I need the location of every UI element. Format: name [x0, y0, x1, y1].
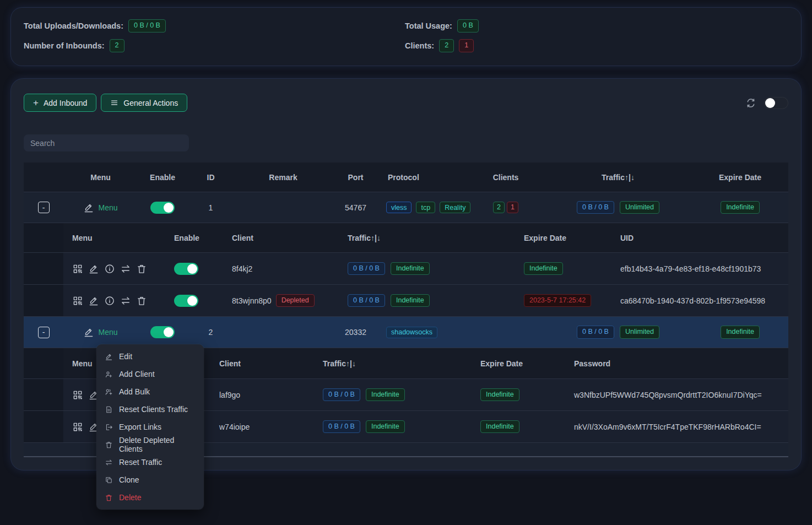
plus-icon: + [33, 98, 39, 107]
collapse-row-button[interactable]: - [38, 327, 50, 338]
client4-name: w74ioipe [210, 423, 314, 431]
qrcode-icon[interactable] [72, 263, 83, 274]
add-inbound-button[interactable]: + Add Inbound [24, 94, 96, 112]
protocol-tag-reality: Reality [440, 202, 470, 213]
qrcode-icon[interactable] [72, 389, 83, 400]
header-traffic[interactable]: Traffic↑|↓ [544, 173, 692, 182]
client1-traffic-badge: 0 B / 0 B [348, 262, 385, 275]
stats-left: Total Uploads/Downloads: 0 B / 0 B Numbe… [24, 19, 166, 53]
menu-item-label: Delete Depleted Clients [119, 436, 196, 453]
inbound1-menu-button[interactable]: Menu [83, 202, 117, 213]
client4-expire-badge: Indefinite [480, 420, 519, 434]
info-icon[interactable] [104, 295, 115, 306]
menu-item-add-client[interactable]: Add Client [96, 365, 204, 383]
client2-enable-toggle[interactable] [174, 295, 198, 307]
clients-depleted-badge: 1 [459, 39, 474, 52]
trash-icon [105, 494, 113, 502]
export-icon [105, 423, 113, 431]
menu-item-label: Clone [119, 475, 139, 484]
inbound1-clients-active-badge: 2 [493, 202, 505, 214]
menu-item-edit[interactable]: Edit [96, 348, 204, 365]
inbound2-port: 20332 [332, 328, 379, 337]
auto-refresh-toggle[interactable] [764, 97, 788, 109]
inbound2-enable-toggle[interactable] [150, 326, 175, 338]
inbound2-traffic-limit-badge: Unlimited [620, 326, 659, 339]
qrcode-icon[interactable] [72, 295, 83, 306]
menu-item-add-bulk[interactable]: Add Bulk [96, 383, 204, 400]
qrcode-icon[interactable] [72, 421, 83, 432]
trash-icon[interactable] [136, 263, 147, 274]
file-icon [105, 405, 113, 414]
inbound1-id: 1 [187, 203, 234, 212]
menu-item-delete-depleted-clients[interactable]: Delete Depleted Clients [96, 436, 204, 453]
menu-item-reset-traffic[interactable]: Reset Traffic [96, 453, 204, 471]
menu-item-reset-clients-traffic[interactable]: Reset Clients Traffic [96, 400, 204, 418]
header-id: ID [187, 173, 234, 182]
table-header-row: Menu Enable ID Remark Port Protocol Clie… [24, 163, 788, 192]
inbound2-expire-badge: Indefinite [721, 326, 760, 339]
trash-icon[interactable] [136, 295, 147, 306]
client3-password: w3NfbzUPf5WWd745Q8pvsmQrdrttT2IO6knuI7Di… [565, 391, 788, 399]
menu-item-label: Export Links [119, 423, 161, 431]
info-icon[interactable] [104, 263, 115, 274]
panel-controls [745, 94, 788, 112]
stat-clients: Clients: 2 1 [405, 39, 479, 53]
search-input[interactable] [24, 134, 189, 151]
inbound2-menu-label: Menu [98, 328, 117, 337]
stats-right: Total Usage: 0 B Clients: 2 1 [405, 19, 479, 53]
menu-item-clone[interactable]: Clone [96, 471, 204, 489]
usage-label: Total Usage: [405, 21, 452, 30]
menu-item-label: Reset Clients Traffic [119, 405, 188, 414]
menu-item-label: Edit [119, 352, 132, 361]
edit-icon [105, 353, 113, 361]
client2-name: 8t3wjnn8p0 [232, 296, 272, 305]
menu-item-delete[interactable]: Delete [96, 489, 204, 506]
inbound1-clients-depleted-badge: 1 [507, 202, 518, 214]
client2-traffic-badge: 0 B / 0 B [348, 294, 385, 307]
uploads-value-badge: 0 B / 0 B [128, 19, 166, 33]
sub1-header-traffic[interactable]: Traffic↑|↓ [339, 234, 515, 242]
client3-traffic-badge: 0 B / 0 B [323, 388, 360, 402]
header-remark: Remark [234, 173, 332, 182]
edit-icon [83, 327, 94, 338]
menu-item-export-links[interactable]: Export Links [96, 418, 204, 436]
client1-expire-badge: Indefinite [524, 262, 563, 275]
user-add-icon [105, 370, 113, 378]
inbound-row-1: - Menu 1 54767 vless tcp Reality 2 [24, 192, 788, 223]
client1-enable-toggle[interactable] [174, 263, 198, 275]
general-actions-label: General Actions [123, 99, 178, 107]
refresh-icon[interactable] [745, 98, 756, 109]
copy-icon [105, 476, 113, 484]
sub1-header-client: Client [223, 234, 339, 242]
general-actions-button[interactable]: General Actions [101, 94, 187, 112]
header-expire-date: Expire Date [692, 173, 788, 182]
client-row-8t3wjnn8p0: 8t3wjnn8p0 Depleted 0 B / 0 B Indefinite… [24, 285, 788, 317]
reset-traffic-icon[interactable] [120, 295, 131, 306]
client1-traffic-limit-badge: Indefinite [391, 262, 430, 275]
collapse-row-button[interactable]: - [38, 202, 50, 213]
sub2-header-traffic[interactable]: Traffic↑|↓ [314, 359, 472, 368]
sub1-header-enable: Enable [165, 234, 223, 242]
sub1-header-expire: Expire Date [515, 234, 611, 242]
client4-traffic-limit-badge: Indefinite [366, 420, 405, 434]
inbound1-menu-label: Menu [98, 203, 117, 212]
inbound1-enable-toggle[interactable] [150, 202, 175, 214]
inbounds-page: Total Uploads/Downloads: 0 B / 0 B Numbe… [0, 0, 812, 525]
menu-item-label: Reset Traffic [119, 458, 162, 467]
edit-icon[interactable] [88, 295, 99, 306]
gutter [24, 223, 63, 252]
users-add-icon [105, 388, 113, 396]
reset-traffic-icon[interactable] [120, 263, 131, 274]
inbound-row-2: - Menu 2 20332 shadowsocks 0 B / 0 B [24, 317, 788, 348]
menu-item-label: Delete [119, 493, 141, 502]
client3-traffic-limit-badge: Indefinite [366, 388, 405, 402]
stat-total-usage: Total Usage: 0 B [405, 19, 479, 33]
clients-table1-header: Menu Enable Client Traffic↑|↓ Expire Dat… [24, 223, 788, 253]
edit-icon[interactable] [88, 263, 99, 274]
stats-panel: Total Uploads/Downloads: 0 B / 0 B Numbe… [11, 8, 801, 66]
usage-value-badge: 0 B [457, 19, 479, 33]
menu-item-label: Add Bulk [119, 387, 150, 396]
header-menu: Menu [63, 173, 138, 182]
inbound2-menu-button[interactable]: Menu [83, 327, 117, 338]
gutter [24, 379, 63, 410]
